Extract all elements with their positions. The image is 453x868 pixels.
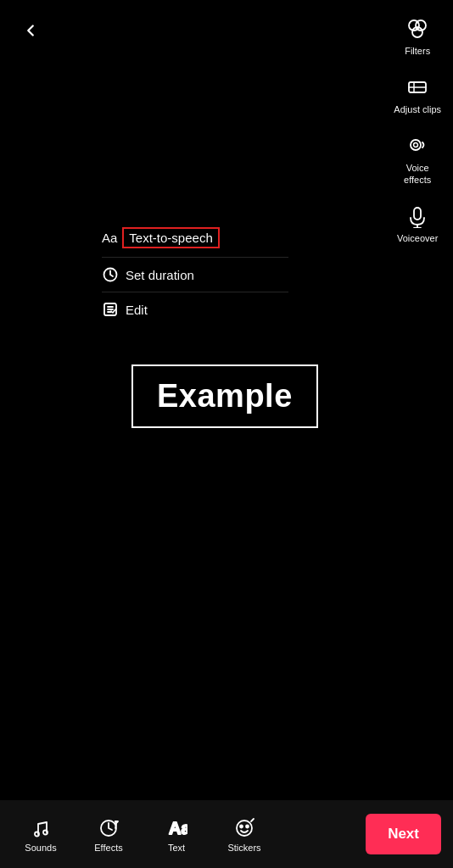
example-text: Example [157, 378, 293, 414]
svg-point-17 [240, 825, 243, 827]
sidebar-item-filters[interactable]: Filters [392, 8, 443, 62]
filters-label: Filters [405, 46, 430, 57]
voice-effects-label: Voiceeffects [404, 163, 431, 185]
svg-point-13 [43, 830, 48, 834]
text-icon: Aa [165, 816, 188, 840]
svg-point-18 [246, 825, 249, 827]
sidebar-item-voiceover[interactable]: Voiceover [392, 196, 443, 249]
sidebar-item-voice-effects[interactable]: Voiceeffects [392, 125, 443, 190]
voiceover-label: Voiceover [397, 233, 438, 244]
svg-point-12 [35, 832, 39, 836]
edit-label: Edit [126, 303, 148, 317]
set-duration-label: Set duration [126, 268, 194, 282]
filters-icon [402, 14, 433, 44]
right-sidebar: Filters Adjust clips Voiceeffects [390, 8, 445, 249]
edit-item[interactable]: Edit [102, 292, 288, 326]
voice-effects-icon [402, 131, 433, 161]
toolbar-item-effects[interactable]: Effects [75, 810, 143, 860]
text-to-speech-aa-icon: Aa [102, 231, 117, 245]
sounds-label: Sounds [25, 843, 56, 853]
back-button[interactable] [15, 15, 46, 46]
edit-icon [102, 301, 119, 318]
toolbar-item-stickers[interactable]: Stickers [210, 810, 278, 860]
text-to-speech-label: Text-to-speech [122, 227, 219, 248]
svg-point-6 [414, 143, 418, 147]
svg-point-5 [411, 140, 421, 150]
set-duration-icon [102, 266, 119, 283]
context-menu: Aa Text-to-speech Set duration Edit [102, 219, 288, 326]
toolbar-item-sounds[interactable]: ♪ Sounds [7, 810, 75, 860]
bottom-toolbar: ♪ Sounds Effects [0, 800, 453, 868]
text-to-speech-item[interactable]: Aa Text-to-speech [102, 219, 288, 258]
sidebar-item-adjust-clips[interactable]: Adjust clips [390, 67, 445, 120]
set-duration-item[interactable]: Set duration [102, 258, 288, 292]
svg-point-16 [237, 821, 252, 836]
stickers-label: Stickers [227, 843, 260, 853]
effects-icon [97, 816, 120, 840]
svg-line-19 [251, 819, 254, 821]
next-button[interactable]: Next [366, 814, 441, 854]
text-label: Text [168, 843, 185, 853]
example-text-box[interactable]: Example [131, 364, 318, 428]
stickers-icon [232, 816, 256, 840]
toolbar-item-text[interactable]: Aa Text [143, 810, 210, 860]
effects-label: Effects [94, 843, 122, 853]
svg-rect-7 [414, 208, 421, 220]
voiceover-icon [402, 201, 433, 231]
sounds-icon: ♪ [29, 816, 53, 840]
toolbar-items: ♪ Sounds Effects [7, 810, 366, 860]
adjust-clips-label: Adjust clips [394, 104, 441, 115]
svg-text:Aa: Aa [169, 819, 187, 837]
adjust-clips-icon [402, 72, 433, 103]
